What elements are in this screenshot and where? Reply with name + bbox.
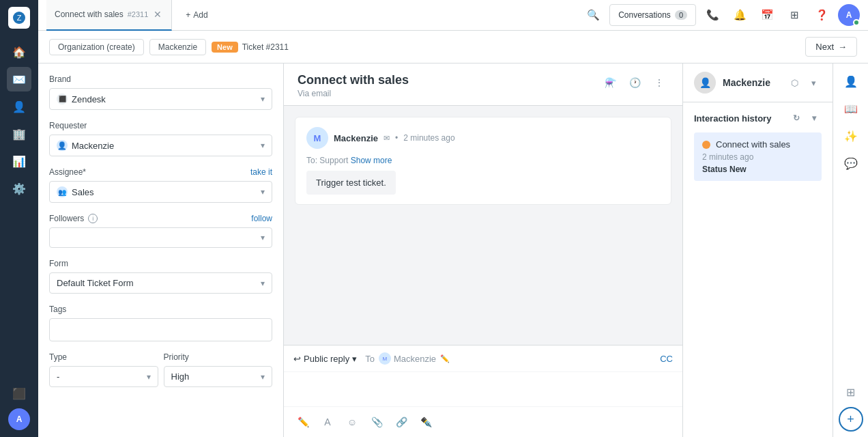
priority-select[interactable]: High ▾ xyxy=(164,366,273,387)
nav-home-icon[interactable]: 🏠 xyxy=(7,40,31,64)
help-icon[interactable]: ❓ xyxy=(811,4,833,26)
reply-toolbar: ✏️ A ☺ 📎 🔗 ✒️ xyxy=(284,406,682,437)
interaction-item[interactable]: Connect with sales 2 minutes ago Status … xyxy=(694,132,822,181)
form-chevron-icon: ▾ xyxy=(261,279,265,288)
reply-body-input[interactable] xyxy=(284,372,682,406)
magic-icon[interactable]: ✨ xyxy=(839,124,863,148)
active-tab[interactable]: Connect with sales #2311 ✕ xyxy=(46,0,172,31)
to-value: Support xyxy=(319,156,348,165)
separator: • xyxy=(395,133,398,143)
format-text-icon[interactable]: A xyxy=(318,412,337,432)
search-icon[interactable]: 🔍 xyxy=(582,4,604,26)
reply-header: ↩ Public reply ▾ To M Mackenzie ✏️ xyxy=(284,346,682,372)
cc-button[interactable]: CC xyxy=(660,354,673,364)
refresh-icon[interactable]: ↻ xyxy=(789,111,804,126)
requester-field: Requester 👤 Mackenzie ▾ xyxy=(49,121,272,156)
signature-icon[interactable]: ✒️ xyxy=(416,412,435,432)
add-tab-button[interactable]: + Add xyxy=(177,10,216,20)
show-more-link[interactable]: Show more xyxy=(351,156,392,165)
interaction-item-time: 2 minutes ago xyxy=(702,152,813,162)
filter-icon[interactable]: ⚗️ xyxy=(601,73,620,92)
nav-tickets-icon[interactable]: ✉️ xyxy=(7,67,31,91)
attachment-icon[interactable]: 📎 xyxy=(367,412,386,432)
collapse-section-icon[interactable]: ▾ xyxy=(807,111,822,126)
reply-type-chevron-icon: ▾ xyxy=(352,354,357,364)
follow-link[interactable]: follow xyxy=(251,214,272,223)
interaction-item-title: Connect with sales xyxy=(716,139,790,150)
tags-input[interactable] xyxy=(49,318,272,341)
phone-icon[interactable]: 📞 xyxy=(701,4,723,26)
add-app-button[interactable]: + xyxy=(839,407,863,432)
center-panel: Connect with sales Via email ⚗️ 🕐 ⋮ M Ma… xyxy=(284,64,682,437)
ticket-status-badge: New xyxy=(212,42,238,53)
interaction-item-status: Status New xyxy=(702,165,813,174)
tab-close-icon[interactable]: ✕ xyxy=(152,8,163,21)
user-status-badge xyxy=(853,19,860,26)
message-sender-name: Mackenzie xyxy=(334,133,378,143)
form-select[interactable]: Default Ticket Form ▾ xyxy=(49,272,272,294)
collapse-contact-icon[interactable]: ▾ xyxy=(805,74,822,91)
link-icon[interactable]: 🔗 xyxy=(392,412,411,432)
assignee-label: Assignee* take it xyxy=(49,167,272,177)
tab-ticket-id: #2311 xyxy=(128,10,149,18)
user-avatar[interactable]: A xyxy=(838,4,860,26)
followers-info-icon[interactable]: i xyxy=(88,214,98,223)
priority-chevron-icon: ▾ xyxy=(261,372,265,382)
take-it-link[interactable]: take it xyxy=(250,167,272,177)
priority-field: Priority High ▾ xyxy=(164,352,273,387)
calendar-icon[interactable]: 📅 xyxy=(756,4,778,26)
nav-user-avatar[interactable]: A xyxy=(8,408,30,430)
message-header: M Mackenzie ✉ • 2 minutes ago xyxy=(306,127,660,149)
type-select[interactable]: - ▾ xyxy=(49,366,158,387)
requester-select[interactable]: 👤 Mackenzie ▾ xyxy=(49,135,272,156)
add-icon: + xyxy=(186,10,190,20)
assignee-chevron-icon: ▾ xyxy=(261,187,265,197)
reply-type-button[interactable]: ↩ Public reply ▾ xyxy=(293,354,357,364)
notifications-icon[interactable]: 🔔 xyxy=(729,4,751,26)
conversations-button[interactable]: Conversations 0 xyxy=(609,4,696,26)
interaction-title-icons: ↻ ▾ xyxy=(789,111,822,126)
app-logo[interactable]: Z xyxy=(8,7,30,29)
right-panel: 👤 Mackenzie ⬡ ▾ Interaction history ↻ ▾ xyxy=(682,64,833,437)
brand-field: Brand ⬛ Zendesk ▾ xyxy=(49,74,272,110)
assignee-value: Sales xyxy=(72,187,94,197)
nav-apps-icon[interactable]: ⬛ xyxy=(7,381,31,406)
assignee-select[interactable]: 👥 Sales ▾ xyxy=(49,181,272,203)
grid-icon[interactable]: ⊞ xyxy=(783,4,805,26)
left-panel: Brand ⬛ Zendesk ▾ Requester 👤 xyxy=(38,64,284,437)
edit-recipient-icon[interactable]: ✏️ xyxy=(440,354,450,363)
open-contact-icon[interactable]: ⬡ xyxy=(786,74,802,91)
breadcrumb-user[interactable]: Mackenzie xyxy=(149,39,206,55)
email-icon: ✉ xyxy=(384,134,390,143)
book-icon[interactable]: 📖 xyxy=(839,96,863,121)
next-button[interactable]: Next → xyxy=(805,37,857,57)
assignee-icon: 👥 xyxy=(57,186,68,197)
message-to: To: Support Show more xyxy=(306,156,660,165)
more-options-icon[interactable]: ⋮ xyxy=(650,73,669,92)
brand-select[interactable]: ⬛ Zendesk ▾ xyxy=(49,88,272,110)
tags-label: Tags xyxy=(49,305,272,314)
reply-to: To M Mackenzie ✏️ xyxy=(365,352,450,365)
breadcrumb-org[interactable]: Organization (create) xyxy=(49,39,144,55)
chat-icon[interactable]: 💬 xyxy=(839,151,863,175)
compose-icon[interactable]: ✏️ xyxy=(293,412,313,432)
type-priority-row: Type - ▾ Priority High ▾ xyxy=(49,352,272,398)
message-card: M Mackenzie ✉ • 2 minutes ago To: Suppor… xyxy=(295,117,671,205)
interaction-status-dot xyxy=(702,141,710,149)
nav-settings-icon[interactable]: ⚙️ xyxy=(7,176,31,201)
contact-name: Mackenzie xyxy=(723,77,779,88)
history-icon[interactable]: 🕐 xyxy=(625,73,644,92)
conversations-label: Conversations xyxy=(618,10,671,20)
user-profile-icon[interactable]: 👤 xyxy=(839,69,863,94)
nav-organizations-icon[interactable]: 🏢 xyxy=(7,122,31,146)
followers-select[interactable]: ▾ xyxy=(49,227,272,248)
type-label: Type xyxy=(49,352,158,362)
nav-reports-icon[interactable]: 📊 xyxy=(7,149,31,173)
apps-grid-icon[interactable]: ⊞ xyxy=(839,380,863,404)
form-label: Form xyxy=(49,259,272,268)
reply-arrow-icon: ↩ xyxy=(293,354,301,364)
emoji-icon[interactable]: ☺ xyxy=(343,412,362,432)
next-arrow-icon: → xyxy=(838,42,847,52)
nav-contacts-icon[interactable]: 👤 xyxy=(7,94,31,119)
brand-label: Brand xyxy=(49,74,272,84)
